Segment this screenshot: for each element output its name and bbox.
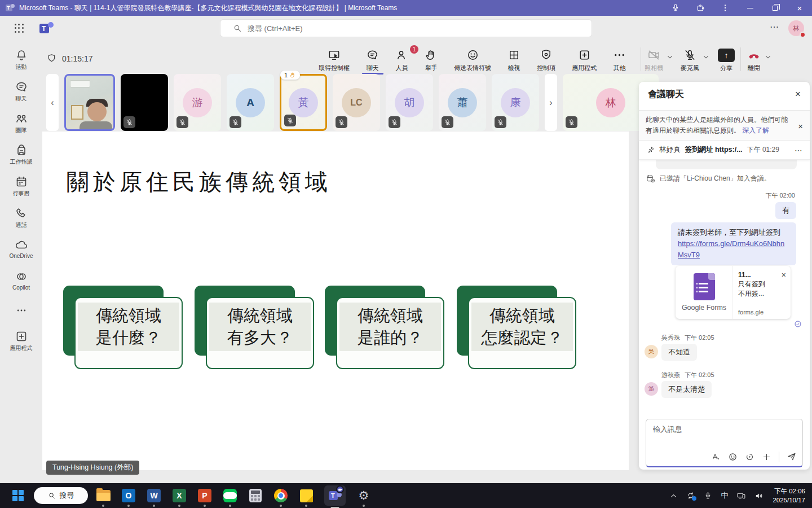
pinned-more-icon[interactable]: ⋯	[795, 146, 803, 155]
card-close-icon[interactable]: ×	[782, 270, 786, 279]
participant-tile[interactable]: 游	[174, 74, 221, 131]
settings-icon[interactable]: ⚙	[356, 488, 371, 503]
send-icon[interactable]	[787, 452, 797, 462]
filmstrip-scroll-right-button[interactable]: ›	[545, 74, 557, 131]
leave-button[interactable]: 離開	[747, 46, 761, 72]
slide-question-box: 傳統領域有多大？	[195, 282, 316, 371]
titlebar-more-icon[interactable]	[713, 0, 738, 16]
sidebar-item-assignments[interactable]: 工作指派	[0, 143, 42, 166]
more-button[interactable]: 其他	[613, 46, 626, 73]
give-control-button[interactable]: 取得控制權	[319, 46, 350, 73]
slide-question-box: 傳統領域是什麼？	[63, 282, 184, 371]
tray-chevron-up-icon[interactable]	[669, 492, 678, 500]
excel-icon[interactable]: X	[172, 488, 187, 503]
teams-taskbar-icon[interactable]: T	[324, 485, 346, 506]
meeting-active-badge	[336, 485, 344, 493]
taskbar-search[interactable]: 搜尋	[34, 487, 88, 504]
mic-muted-icon	[566, 116, 577, 128]
signin-form-link[interactable]: https://forms.gle/Drm4uKo6NbhnMsvT9	[678, 238, 789, 261]
sidebar-item-calls[interactable]: 通話	[0, 207, 42, 229]
mic-muted-icon	[230, 116, 241, 128]
raise-hand-button[interactable]: 舉手	[425, 46, 438, 73]
cast-tray-icon[interactable]	[736, 491, 746, 501]
camera-button[interactable]: 照相機	[645, 46, 663, 72]
controls-button[interactable]: 控制項	[537, 46, 555, 73]
leave-options-chevron-icon[interactable]	[764, 53, 772, 61]
profile-avatar[interactable]: 林	[788, 20, 804, 36]
sync-tray-icon[interactable]	[686, 491, 695, 500]
sidebar-item-copilot[interactable]: Copilot	[0, 270, 42, 291]
outlook-icon[interactable]: O	[121, 488, 136, 503]
send-reaction-button[interactable]: 傳送表情符號	[454, 46, 491, 73]
window-title: Microsoft Teams - 聊天 | 114-1人管學院發展特色教學講座…	[19, 3, 397, 13]
extensions-icon[interactable]	[688, 0, 713, 16]
participant-tile-hand-raised[interactable]: 1 黃	[280, 74, 327, 131]
notice-close-icon[interactable]: ×	[798, 120, 803, 133]
chat-compose-box[interactable]	[646, 419, 803, 467]
card-brand: Google Forms	[682, 304, 726, 312]
mic-button[interactable]: 麥克風	[681, 46, 699, 72]
emoji-icon[interactable]	[728, 452, 738, 462]
sidebar-item-chat[interactable]: 聊天	[0, 80, 42, 103]
search-input[interactable]	[248, 24, 563, 33]
line-icon[interactable]	[223, 488, 237, 503]
participant-tile[interactable]: 康	[492, 74, 539, 131]
meeting-timer: 01:15:17	[46, 53, 93, 64]
app-header: T ⋯ 林	[0, 16, 812, 41]
share-button[interactable]: ↑分享	[718, 46, 735, 73]
learn-more-link[interactable]: 深入了解	[742, 126, 769, 134]
mic-options-chevron-icon[interactable]	[702, 53, 710, 61]
word-icon[interactable]: W	[147, 488, 161, 503]
people-button[interactable]: 1人員	[395, 46, 408, 73]
speaker-tray-icon[interactable]	[754, 491, 764, 501]
minimize-button[interactable]	[738, 0, 762, 16]
message-input[interactable]	[653, 425, 794, 433]
participant-tile[interactable]: LC	[333, 74, 380, 131]
sidebar-item-onedrive[interactable]: OneDrive	[0, 238, 42, 259]
participant-tile[interactable]: 胡	[386, 74, 433, 131]
attach-plus-icon[interactable]	[762, 452, 771, 462]
close-button[interactable]: ×	[787, 0, 812, 16]
apps-button[interactable]: 應用程式	[572, 46, 597, 73]
camera-options-chevron-icon[interactable]	[666, 53, 674, 61]
sidebar-item-teams[interactable]: 團隊	[0, 112, 42, 134]
meeting-chat-panel: 會議聊天 × 此聊天中的某些人是組織外部的人員。他們可能有適用於聊天的相關訊息原…	[639, 82, 810, 470]
link-preview-card[interactable]: Google Forms 11... × 只有簽到 不用簽... forms.g…	[676, 266, 791, 319]
sidebar-item-apps[interactable]: 應用程式	[0, 330, 42, 352]
chrome-icon[interactable]	[273, 488, 288, 503]
format-icon[interactable]	[711, 452, 721, 462]
participant-tile[interactable]: 蕭	[439, 74, 486, 131]
sticky-notes-icon[interactable]	[299, 488, 314, 503]
presenter-name-badge: Tung-Hsing Hsiung (外部)	[46, 461, 139, 475]
view-button[interactable]: 檢視	[508, 46, 520, 73]
participant-filmstrip: ‹ 游 A 1 黃 LC 胡 蕭	[46, 74, 659, 131]
titlebar-mic-icon[interactable]	[663, 0, 688, 16]
mic-tray-icon[interactable]	[704, 492, 712, 500]
calculator-icon[interactable]	[248, 488, 263, 503]
start-button[interactable]	[12, 490, 24, 501]
sidebar-item-calendar[interactable]: 行事曆	[0, 175, 42, 198]
own-message-bubble: 請未簽到老師，至下列網址簽到 https://forms.gle/Drm4uKo…	[671, 222, 796, 265]
restore-button[interactable]	[762, 0, 787, 16]
waffle-menu-icon[interactable]	[15, 24, 24, 33]
sidebar-item-activity[interactable]: 活動	[0, 49, 42, 71]
mic-muted-icon	[336, 116, 347, 128]
external-users-notice: 此聊天中的某些人是組織外部的人員。他們可能有適用於聊天的相關訊息原則。 深入了解…	[639, 110, 810, 141]
chat-close-icon[interactable]: ×	[795, 89, 801, 100]
sidebar-item-more[interactable]	[0, 305, 42, 316]
chat-button[interactable]: 聊天	[366, 46, 379, 73]
header-more-icon[interactable]: ⋯	[770, 21, 779, 32]
ime-indicator[interactable]: 中	[721, 491, 728, 501]
file-explorer-icon[interactable]	[96, 488, 111, 503]
taskbar-clock[interactable]: 下午 02:06 2025/10/17	[773, 487, 805, 505]
card-desc: 只有簽到	[738, 279, 786, 289]
participant-video-tile[interactable]	[64, 74, 115, 131]
global-search[interactable]	[220, 19, 592, 37]
loop-icon[interactable]	[745, 452, 754, 462]
filmstrip-scroll-left-button[interactable]: ‹	[46, 74, 59, 131]
pinned-message-row[interactable]: 林妤真 簽到網址 https:/... 下午 01:29 ⋯	[639, 141, 810, 160]
powerpoint-icon[interactable]: P	[197, 488, 212, 503]
participant-tile[interactable]: A	[227, 74, 274, 131]
message-timestamp: 下午 02:00	[765, 191, 795, 200]
participant-tile-camera-off[interactable]	[121, 74, 168, 131]
